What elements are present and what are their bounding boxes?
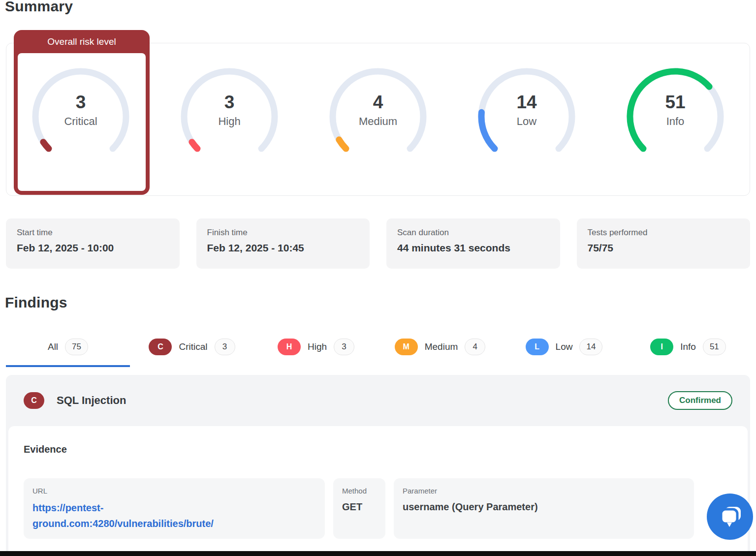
tests-performed-label: Tests performed: [588, 228, 740, 238]
evidence-section: Evidence URL https://pentest-ground.com:…: [8, 426, 748, 551]
tab-high-count-badge: 3: [334, 339, 354, 355]
gauge-info-label: Info: [621, 115, 729, 128]
tab-medium[interactable]: M Medium 4: [378, 337, 502, 367]
chat-widget-button[interactable]: [707, 494, 753, 540]
scan-duration-value: 44 minutes 31 seconds: [397, 242, 549, 254]
url-label: URL: [32, 487, 316, 495]
tab-all-count-badge: 75: [65, 339, 88, 355]
gauge-medium: 4 Medium: [304, 43, 452, 195]
tab-critical[interactable]: C Critical 3: [130, 337, 254, 367]
scan-duration-card: Scan duration 44 minutes 31 seconds: [386, 218, 560, 269]
gauge-info-count: 51: [621, 92, 729, 113]
tests-performed-value: 75/75: [588, 242, 740, 254]
gauge-critical: 3 Critical: [6, 43, 155, 195]
finish-time-value: Feb 12, 2025 - 10:45: [207, 242, 359, 254]
tab-high[interactable]: H High 3: [254, 337, 378, 367]
finding-card-sql-injection: C SQL Injection Confirmed Evidence URL h…: [6, 375, 750, 551]
tab-medium-label: Medium: [425, 341, 458, 352]
finding-header[interactable]: C SQL Injection Confirmed: [6, 375, 750, 426]
scan-summary-page: Summary Overall risk level 3 Critical 3 …: [0, 0, 756, 556]
tab-critical-label: Critical: [179, 341, 207, 352]
evidence-method-box: Method GET: [333, 478, 385, 539]
gauge-info: 51 Info: [601, 43, 750, 195]
tab-low-count-badge: 14: [579, 339, 602, 355]
finding-title: SQL Injection: [57, 394, 126, 407]
tab-info-label: Info: [680, 341, 696, 352]
tab-medium-count-badge: 4: [465, 339, 485, 355]
gauge-medium-label: Medium: [324, 115, 432, 128]
gauge-low-label: Low: [472, 115, 581, 128]
info-severity-icon: I: [650, 339, 673, 355]
tab-info[interactable]: I Info 51: [626, 337, 750, 367]
tab-all[interactable]: All 75: [6, 337, 130, 367]
medium-severity-icon: M: [395, 339, 418, 355]
gauge-low-count: 14: [472, 92, 581, 113]
risk-gauges-card: Overall risk level 3 Critical 3 High: [6, 43, 750, 196]
scan-duration-label: Scan duration: [397, 228, 549, 238]
summary-heading: Summary: [5, 0, 73, 15]
tab-low-label: Low: [556, 341, 573, 352]
gauge-high: 3 High: [155, 43, 304, 195]
parameter-value: username (Query Parameter): [403, 501, 685, 513]
low-severity-icon: L: [526, 339, 549, 355]
gauge-critical-label: Critical: [27, 115, 135, 128]
bottom-screen-edge: [0, 551, 756, 556]
scan-info-row: Start time Feb 12, 2025 - 10:00 Finish t…: [6, 218, 750, 269]
tests-performed-card: Tests performed 75/75: [577, 218, 751, 269]
evidence-url-box: URL https://pentest-ground.com:4280/vuln…: [24, 478, 325, 539]
gauge-low: 14 Low: [452, 43, 601, 195]
gauge-high-label: High: [175, 115, 284, 128]
tab-high-label: High: [308, 341, 327, 352]
confirmed-status-badge: Confirmed: [668, 391, 732, 410]
tab-critical-count-badge: 3: [215, 339, 235, 355]
parameter-label: Parameter: [403, 487, 685, 495]
tab-all-label: All: [48, 341, 58, 352]
chat-bubble-icon: [716, 503, 744, 530]
findings-tabs: All 75 C Critical 3 H High 3 M Medium 4 …: [6, 337, 750, 367]
evidence-parameter-box: Parameter username (Query Parameter): [394, 478, 694, 539]
start-time-card: Start time Feb 12, 2025 - 10:00: [6, 218, 180, 269]
finish-time-card: Finish time Feb 12, 2025 - 10:45: [196, 218, 370, 269]
gauge-high-count: 3: [175, 92, 284, 113]
tab-low[interactable]: L Low 14: [502, 337, 626, 367]
url-link[interactable]: https://pentest-ground.com:4280/vulnerab…: [32, 500, 244, 531]
start-time-label: Start time: [17, 228, 169, 238]
critical-severity-icon: C: [24, 392, 44, 409]
findings-heading: Findings: [5, 294, 67, 311]
finish-time-label: Finish time: [207, 228, 359, 238]
critical-severity-icon: C: [149, 339, 172, 355]
evidence-row: URL https://pentest-ground.com:4280/vuln…: [24, 478, 732, 539]
tab-info-count-badge: 51: [703, 339, 726, 355]
start-time-value: Feb 12, 2025 - 10:00: [17, 242, 169, 254]
evidence-heading: Evidence: [24, 444, 732, 455]
method-value: GET: [342, 501, 377, 513]
method-label: Method: [342, 487, 377, 495]
high-severity-icon: H: [278, 339, 301, 355]
gauge-medium-count: 4: [324, 92, 432, 113]
gauge-critical-count: 3: [27, 92, 135, 113]
